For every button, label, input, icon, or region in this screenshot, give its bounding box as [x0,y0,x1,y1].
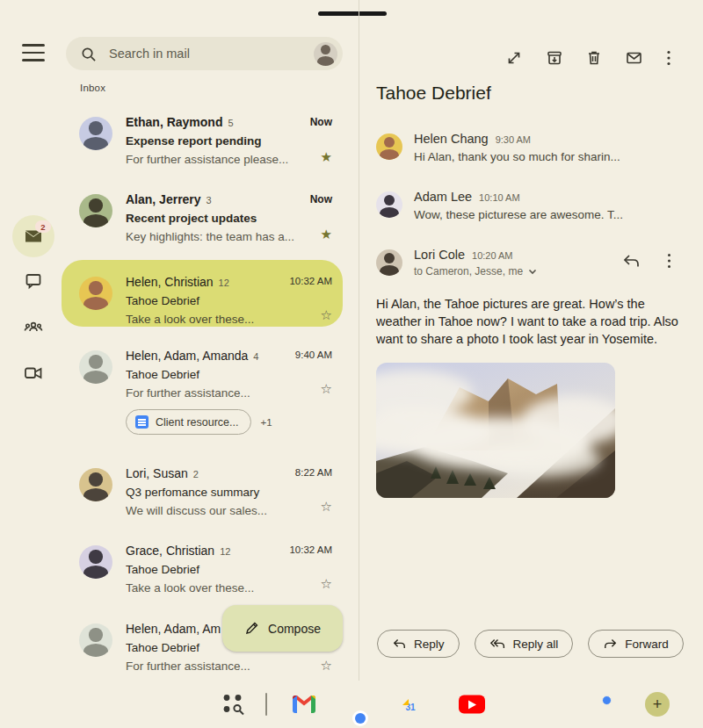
message-recipients: to Cameron, Jesse, me [414,265,523,278]
photo-attachment[interactable] [376,363,615,498]
pencil-icon [244,621,259,636]
message-sender: Lori Cole [414,248,465,262]
compose-button[interactable]: Compose [222,605,343,652]
groups-icon [23,317,44,338]
compose-label: Compose [268,622,321,636]
avatar [79,117,112,150]
message-preview: Hi Alan, thank you so much for sharin... [414,150,682,163]
gmail-app-icon[interactable] [293,696,315,713]
timestamp: 10:32 AM [289,544,332,555]
message-body: Hi Alan, the Tahoe pictures are great. H… [376,295,678,348]
star-icon[interactable] [295,499,332,515]
star-icon[interactable] [310,149,332,165]
mark-unread-icon[interactable] [625,49,643,67]
youtube-app-icon[interactable] [459,696,485,714]
list-item[interactable]: Helen, Adam, Amanda4 Tahoe Debrief For f… [62,349,343,436]
list-item[interactable]: Lori, Susan2 Q3 perfomance summary We wi… [62,466,343,524]
unread-badge: 2 [35,220,51,233]
message-time: 9:30 AM [496,134,531,145]
thread-panel: Tahoe Debrief Helen Chang9:30 AM Hi Alan… [359,0,703,681]
subject: Q3 perfomance summary [126,486,301,499]
taskbar-divider [265,693,267,716]
attachment-name: Client resource... [156,416,238,429]
star-icon[interactable] [321,658,332,674]
avatar [79,194,112,227]
timestamp: 8:22 AM [295,467,332,478]
avatar [376,191,402,218]
star-icon[interactable] [289,576,332,592]
search-icon [234,705,243,715]
yosemite-photo [376,363,615,498]
message-count: 4 [253,351,258,362]
left-navigation-rail: 2 [0,0,62,676]
preview: Take a look over these... [126,313,301,326]
avatar [79,350,112,384]
message-collapsed[interactable]: Helen Chang9:30 AM Hi Alan, thank you so… [376,132,682,163]
account-avatar[interactable] [314,42,337,66]
sender-names: Lori, Susan [126,466,188,480]
message-collapsed[interactable]: Adam Lee10:10 AM Wow, these picturese ar… [376,190,682,221]
sender-names: Ethan, Raymond [126,115,222,129]
sidebar-item-chat[interactable] [12,260,54,302]
message-count: 3 [207,195,212,205]
preview: Take a look over these... [126,581,301,595]
search-icon [80,46,97,62]
message-preview: Wow, these picturese are awesome. T... [414,208,682,221]
avatar [376,249,402,276]
reply-icon[interactable] [622,254,641,269]
reply-all-button[interactable]: Reply all [475,630,574,658]
expand-icon[interactable] [505,49,523,67]
conversation-list-panel: Search in mail Inbox Ethan, Raymond5 Exp… [62,0,352,681]
subject: Tahoe Debrief [126,368,301,381]
list-item-selected[interactable]: Helen, Christian12 Tahoe Debrief Take a … [62,260,343,327]
forward-icon [603,638,618,650]
avatar [79,623,112,657]
message-sender: Helen Chang [414,132,489,146]
sidebar-item-spaces[interactable] [12,306,54,349]
star-icon[interactable] [289,307,332,323]
message-count: 12 [220,546,230,557]
inbox-label: Inbox [80,83,105,93]
message-more-icon[interactable] [667,253,671,269]
thread-title: Tahoe Debrief [376,83,491,104]
timestamp: 10:32 AM [289,276,332,286]
attachment-chip[interactable]: Client resource... [126,409,251,435]
message-count: 2 [193,469,199,479]
reply-button[interactable]: Reply [377,630,460,658]
menu-icon[interactable] [22,44,45,61]
message-count: 5 [228,118,233,128]
chat-icon [24,271,43,291]
list-item[interactable]: Alan, Jerrery3 Recent project updates Ke… [62,192,343,250]
app-search-button[interactable] [221,693,245,717]
list-item[interactable]: Grace, Christian12 Tahoe Debrief Take a … [62,544,343,602]
attachment-extra-count: +1 [260,417,272,428]
preview: For further assistance... [126,386,301,400]
timestamp: Now [310,193,332,205]
document-icon [135,415,149,429]
star-icon[interactable] [310,227,332,242]
timestamp: Now [310,116,332,128]
more-options-icon[interactable] [666,49,671,67]
forward-button[interactable]: Forward [588,630,684,658]
star-icon[interactable] [295,381,332,397]
sidebar-item-mail[interactable]: 2 [12,215,54,257]
video-camera-icon [23,363,44,384]
message-count: 12 [219,278,229,288]
avatar [79,277,112,310]
delete-icon[interactable] [586,49,602,67]
sender-names: Helen, Adam, Am [126,622,221,636]
sender-names: Helen, Christian [126,275,214,289]
subject: Tahoe Debrief [126,294,301,307]
search-bar[interactable]: Search in mail [66,37,343,70]
sender-names: Alan, Jerrery [126,192,201,206]
reply-icon [392,638,407,650]
add-button[interactable] [645,692,670,717]
sidebar-item-meet[interactable] [12,352,54,394]
chevron-down-icon[interactable] [528,269,537,275]
archive-icon[interactable] [546,49,563,67]
list-item[interactable]: Ethan, Raymond5 Expense report pending F… [62,115,343,173]
message-sender: Adam Lee [414,190,472,204]
message-time: 10:20 AM [472,250,512,261]
preview: For further assistance please... [126,153,301,166]
subject: Recent project updates [126,212,301,225]
